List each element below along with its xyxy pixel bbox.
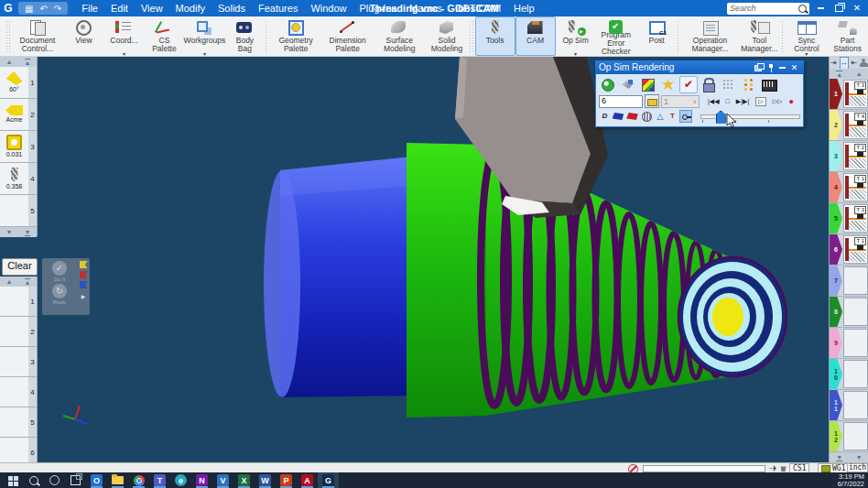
taskbar-app[interactable]: e [170,472,191,488]
op-number-hex[interactable]: 12 [830,421,842,451]
tool-tile[interactable]: 60° 1 [0,67,37,99]
op-number-hex[interactable]: 3 [830,141,842,171]
rendered-view-icon[interactable] [619,76,637,93]
verify-check-icon[interactable] [679,76,698,93]
fixture-display-icon[interactable] [626,113,638,120]
toolbar-button[interactable]: Workgroups [184,16,224,56]
operation-row[interactable]: 8 [830,297,868,328]
op-number-hex[interactable]: 8 [830,297,842,327]
sync-both-icon[interactable]: ↔ [840,57,849,70]
do-it-button[interactable]: ✓ [52,261,67,276]
menu-item[interactable]: Macros [403,0,449,16]
operator-icon[interactable] [860,59,868,68]
toolbar-button[interactable]: Op Sim [556,16,596,56]
save-icon[interactable]: ▦ [25,4,33,14]
undo-icon[interactable]: ↶ [39,4,47,14]
minimize-button[interactable] [813,0,828,16]
op-number-hex[interactable]: 6 [830,234,842,265]
rewind-button[interactable]: |◀◀ [708,98,720,105]
operation-row[interactable]: 10 [830,359,868,390]
lock-icon[interactable] [700,76,718,93]
toolbar-button[interactable]: CS Palette [144,16,184,56]
blue-flag-icon[interactable] [80,281,88,288]
operation-row[interactable]: 2 T 4 [830,110,868,141]
op-tree-icon[interactable] [720,76,738,93]
scroll-up-icon[interactable]: ▲ [6,278,13,285]
toolbar-button[interactable]: Coord... [103,16,144,56]
toolbar-button[interactable]: Post [636,16,677,56]
op-number-hex[interactable]: 9 [830,328,842,358]
op-tool-tile[interactable]: T 3 [843,80,868,108]
scroll-up-icon[interactable]: ▲ [856,70,863,77]
collapse-bottom-icon[interactable]: ▼ [25,229,31,236]
menu-item[interactable]: Features [252,0,304,16]
menu-item[interactable]: Window [304,0,353,16]
menu-item[interactable]: Modify [169,0,212,16]
redo-button[interactable]: ↻ [52,284,67,298]
toolbar-button[interactable]: Solid Modeling [425,16,469,56]
op-number-hex[interactable]: 10 [830,359,842,389]
minimize-icon[interactable] [776,62,788,72]
axes-display-icon[interactable]: △ [655,111,667,122]
operation-row[interactable]: 4 T 1 [830,172,868,203]
machine-key-icon[interactable] [679,110,693,123]
menu-item[interactable]: Solids [212,0,252,16]
fast-forward-button[interactable]: ▷▷ [773,98,783,105]
taskbar-app[interactable]: O [86,472,107,488]
toolbar-button[interactable]: Surface Modeling [374,16,425,56]
toolpath-text-icon[interactable]: T [667,111,678,122]
sim-progress-slider[interactable] [700,111,800,123]
taskbar-app[interactable]: G [318,472,339,488]
taskbar-app[interactable]: P [276,472,297,488]
cascade-windows-icon[interactable] [753,62,765,72]
tool-tile[interactable]: 5 [0,195,37,227]
toolbar-button[interactable]: Geometry Palette [270,16,321,56]
pin-icon[interactable] [769,465,776,472]
taskbar-app[interactable] [128,472,149,488]
menu-item[interactable]: File [75,0,104,16]
menu-item[interactable]: OPTICAM [449,0,507,16]
toolbar-button[interactable]: Part Stations [827,16,868,56]
clear-button[interactable]: Clear [2,258,38,276]
op-tool-tile[interactable] [843,329,868,357]
toolbar-button[interactable]: View [63,16,103,56]
trash-icon[interactable] [780,465,787,472]
world-icon[interactable] [599,76,617,93]
op-tool-tile[interactable]: T 2 [843,142,868,170]
operation-row[interactable]: 6 T 1 [830,234,868,266]
operation-row[interactable]: 12 [830,421,868,452]
op-tool-tile[interactable] [843,298,868,326]
op-tool-tile[interactable]: T 1 [843,235,868,264]
menu-item[interactable]: Help [507,0,541,16]
op-tool-tile[interactable] [843,266,868,295]
step-button[interactable]: ▶|▶| [736,98,749,105]
op-tool-tile[interactable] [843,360,868,388]
scroll-down-icon[interactable]: ▼ [6,229,13,235]
taskbar-app[interactable]: N [191,472,212,488]
toolbar-button[interactable]: Document Control... [12,16,64,56]
op-number-hex[interactable]: 1 [830,79,842,109]
op-number-hex[interactable]: 4 [830,172,842,202]
taskbar-app[interactable]: T [149,472,170,488]
op-number-hex[interactable]: 7 [830,266,842,296]
taskbar-app[interactable]: W [255,472,276,488]
color-settings-icon[interactable] [639,76,657,93]
operation-row[interactable]: 7 [830,266,868,297]
op-number-hex[interactable]: 5 [830,203,842,233]
operation-row[interactable]: 5 T 3 [830,203,868,234]
op-number-hex[interactable]: 11 [830,390,842,420]
toolbar-button[interactable]: Tool Manager... [738,16,781,56]
toolbar-button[interactable]: Dimension Palette [321,16,374,56]
taskbar-app[interactable] [23,472,44,488]
menu-item[interactable]: Edit [104,0,135,16]
play-button[interactable]: ▷ [755,97,765,106]
toolbar-button[interactable]: Operation Manager... [682,16,738,56]
op-sim-title-bar[interactable]: Op Sim Rendering ✕ [595,60,804,74]
taskbar-app[interactable] [44,472,65,488]
op-tool-tile[interactable]: T 4 [843,111,868,139]
close-icon[interactable]: ✕ [788,62,800,72]
taskbar-app[interactable] [2,472,23,488]
stop-button[interactable]: □ [726,98,730,104]
collapse-bottom-icon[interactable]: ▼ [836,454,842,461]
close-button[interactable]: ✕ [850,0,864,16]
